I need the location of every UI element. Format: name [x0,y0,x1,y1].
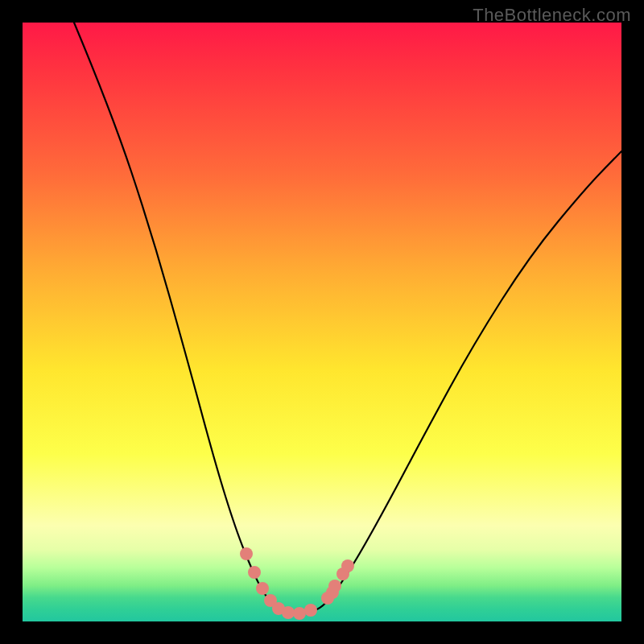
curve-svg [23,23,621,621]
highlight-dot [240,547,253,560]
bottleneck-curve [74,23,621,614]
highlight-dot [282,606,295,619]
highlight-dot [248,566,261,579]
highlight-dots [240,547,354,620]
outer-frame: TheBottleneck.com [0,0,644,644]
highlight-dot [304,604,317,617]
highlight-dot [328,580,341,592]
watermark-text: TheBottleneck.com [473,5,631,26]
highlight-dot [256,582,269,595]
highlight-dot [341,559,354,572]
plot-area [23,23,621,621]
highlight-dot [293,607,306,620]
